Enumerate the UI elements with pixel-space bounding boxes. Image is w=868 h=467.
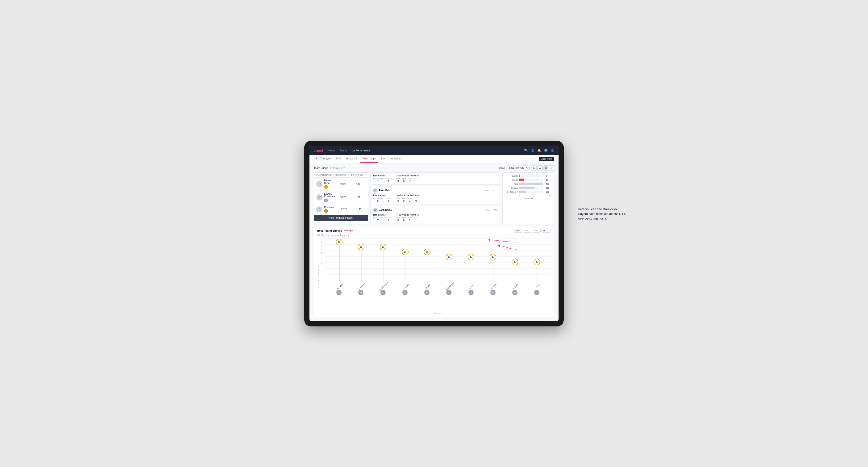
- streak-avatar: DB: [372, 290, 394, 295]
- avatar-icon[interactable]: 👤: [551, 149, 554, 152]
- rounds-stats: Total Rounds Tournament 7 Practice: [373, 175, 497, 183]
- period-select[interactable]: Last 3 months: [507, 165, 530, 170]
- streak-bubble: 5x: [402, 249, 408, 255]
- streak-col: 4xE. Crossman: [438, 239, 460, 281]
- view-leaderboard-button[interactable]: View Full Leaderboard: [314, 215, 368, 221]
- bar-fill: [519, 191, 526, 193]
- streak-bubble: 4x: [468, 254, 474, 260]
- streaks-tabs: OTT APP ARG PUTT: [514, 229, 551, 232]
- streak-line: [537, 266, 537, 280]
- tabs-bar: PGAT Players PGA Hcaps 1-5 Team Clippd T…: [309, 155, 559, 163]
- bar-track: [519, 187, 544, 189]
- streak-bubble: 6x: [380, 244, 386, 250]
- round-card-header: JC Josh Coles 26 Aug 2023: [373, 208, 497, 213]
- streak-tab-app[interactable]: APP: [523, 229, 531, 232]
- streak-line: [515, 266, 516, 280]
- detail-view-btn[interactable]: ↕: [549, 165, 554, 170]
- table-row[interactable]: EC Edward Crossman 2 18/20 107: [314, 191, 368, 204]
- player-name: Edward Crossman: [324, 192, 335, 198]
- streak-player-label: C. Quick: [534, 283, 541, 290]
- rank-badge: 1: [324, 185, 328, 189]
- tab-tour[interactable]: Tour: [378, 155, 388, 163]
- avatar: RB: [316, 181, 322, 187]
- rounds-sub-item: Practice 6: [385, 178, 392, 183]
- round-card-josh: JC Josh Coles 26 Aug 2023 Total Rounds: [370, 206, 500, 224]
- rounds-sub-item: Practice 2: [385, 217, 392, 222]
- streaks-section: Best Round Streaks OTT APP ARG PUTT: [314, 226, 554, 317]
- rounds-col: Total Rounds Tournament 7 Practice: [373, 175, 392, 183]
- nav-links: Home Teams My Performance: [328, 149, 524, 152]
- streaks-subtitle: Off The Tee, Fairway Accuracy: [317, 234, 551, 237]
- streak-tab-putt[interactable]: PUTT: [541, 229, 551, 232]
- streak-bubble: 4x: [446, 254, 453, 260]
- streak-line: [361, 250, 361, 281]
- streak-col: 3xC. Quick: [526, 239, 548, 281]
- edit-icon[interactable]: ✎: [343, 166, 345, 169]
- avatar-small: DF: [468, 290, 474, 295]
- chart-view-btn[interactable]: ▦: [543, 165, 549, 170]
- tab-all-players[interactable]: All Players: [388, 155, 404, 163]
- streak-avatar: JC: [394, 290, 416, 295]
- streak-col: 7xE. Ebert: [328, 239, 350, 281]
- round-card-header: RB Rees Britt 02 Sep 2023: [373, 188, 497, 193]
- rank-badge: 2: [324, 198, 328, 203]
- chart-axis: 0 200 400: [505, 194, 552, 196]
- rounds-sub-item: OTT 0: [396, 197, 400, 202]
- streak-line: [427, 255, 427, 280]
- streak-tab-ott[interactable]: OTT: [514, 229, 522, 232]
- streaks-title: Best Round Streaks: [317, 229, 342, 232]
- table-row[interactable]: RB Richard Butler 1 19/20 110: [314, 178, 368, 191]
- grid-view-btn[interactable]: ⊞: [531, 165, 536, 170]
- streak-avatar: EC: [438, 290, 460, 295]
- rank-badge: 3: [324, 209, 328, 213]
- bar-fill: [519, 175, 520, 177]
- tab-hcaps[interactable]: Hcaps 1-5: [344, 155, 360, 163]
- leaderboard-panel: PLAYER NAME PB SCORE PB AVG SQ RB: [314, 173, 368, 224]
- avatar: C: [316, 206, 322, 213]
- player-cell: EC Edward Crossman 2: [316, 192, 335, 203]
- bar-row-pars: Pars 499: [505, 183, 552, 185]
- search-icon[interactable]: 🔍: [524, 149, 528, 152]
- streak-col: 3xR. Butler: [504, 239, 526, 281]
- streak-columns: 7xE. Ebert6xB. McHerg6xD. Billingham5xJ.…: [325, 239, 551, 281]
- rounds-sub-item: ARG 0: [408, 217, 412, 222]
- streak-bubble: 3x: [512, 259, 518, 266]
- streak-avatar: CQ: [526, 290, 548, 295]
- streak-col: 5xJ. Coles: [394, 239, 416, 281]
- main-content: Team Clippd 14 Players ✎ Show Last 3 mon…: [309, 163, 559, 321]
- bar-row-dbogeys: D. Bogeys + 131: [505, 191, 552, 193]
- avatar-small: MM: [490, 290, 496, 295]
- avatar: EC: [316, 194, 322, 200]
- tab-pga[interactable]: PGA: [334, 155, 344, 163]
- pb-avg: 103: [352, 208, 366, 211]
- avatar: JC: [373, 208, 378, 213]
- streak-avatar: MM: [482, 290, 504, 295]
- team-controls: Show Last 3 months ⊞ ☰ ▦ ↕: [499, 165, 554, 170]
- tab-team-clippd[interactable]: Team Clippd: [360, 155, 378, 163]
- settings-icon[interactable]: ⚙️: [544, 149, 548, 152]
- streak-player-label: B. McHerg: [358, 282, 366, 290]
- nav-home[interactable]: Home: [328, 149, 335, 152]
- table-row[interactable]: C Cameron... 3 17/20 103: [314, 204, 368, 215]
- nav-my-performance[interactable]: My Performance: [351, 149, 371, 152]
- total-rounds-label: Total Rounds: [373, 175, 392, 177]
- content-grid: PLAYER NAME PB SCORE PB AVG SQ RB: [314, 173, 554, 224]
- list-view-btn[interactable]: ☰: [537, 165, 542, 170]
- nav-teams[interactable]: Teams: [340, 149, 347, 152]
- rounds-sub-item: ARG 0: [408, 197, 412, 202]
- bell-icon[interactable]: 🔔: [537, 149, 541, 152]
- streak-player-label: E. Crossman: [445, 282, 454, 291]
- tab-pgat-players[interactable]: PGAT Players: [314, 155, 334, 163]
- pb-avg: 110: [351, 183, 365, 185]
- streak-tab-arg[interactable]: ARG: [532, 229, 540, 232]
- streak-bubble: 4x: [490, 254, 496, 260]
- rounds-sub: OTT 0 APP 0 ARG: [396, 178, 418, 183]
- rounds-sub-item: APP 0: [402, 178, 406, 183]
- pb-avg: 107: [351, 196, 366, 198]
- bar-fill: [519, 179, 524, 181]
- user-icon[interactable]: 👤: [531, 149, 534, 152]
- bar-fill: [519, 183, 543, 185]
- add-team-button[interactable]: Add Team: [539, 157, 554, 161]
- streak-avatar: RB: [416, 290, 438, 295]
- chart-x-title: Total Shots: [505, 197, 552, 200]
